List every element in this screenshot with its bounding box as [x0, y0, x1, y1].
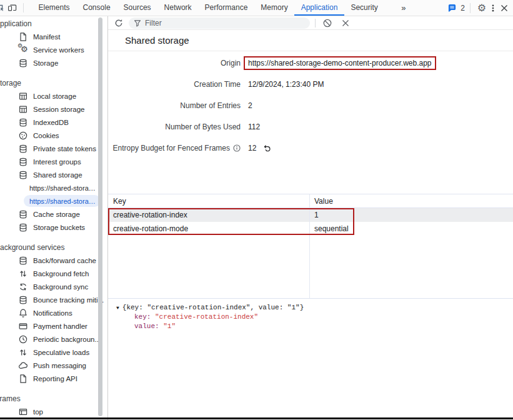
sidebar-item-storage[interactable]: Storage	[0, 56, 107, 69]
sidebar-item-speculative-loads[interactable]: Speculative loads	[0, 346, 107, 359]
expand-triangle-icon[interactable]: ▼	[116, 303, 119, 312]
device-toolbar-icon[interactable]	[7, 0, 17, 16]
annotation-red-box-origin: https://shared-storage-demo-content-prod…	[244, 56, 436, 70]
sidebar-item-storage-buckets[interactable]: Storage buckets	[0, 221, 107, 234]
sidebar-item-back-forward-cache[interactable]: Back/forward cache	[0, 254, 107, 267]
table-row-creative-rotation-mode[interactable]: creative-rotation-modesequential	[108, 222, 513, 236]
tab-sources[interactable]: Sources	[117, 0, 157, 16]
close-devtools-icon[interactable]	[499, 0, 510, 16]
sidebar-item-label: Notifications	[33, 309, 72, 317]
metadata-label: Origin	[108, 59, 241, 68]
sidebar-item-indexeddb[interactable]: IndexedDB	[0, 116, 107, 129]
panel-tabs: ElementsConsoleSourcesNetworkPerformance…	[32, 0, 384, 16]
manifest-document-icon	[18, 32, 28, 42]
sidebar-item-cache-storage[interactable]: Cache storage	[0, 208, 107, 221]
cell-key[interactable]: creative-rotation-index	[108, 208, 309, 222]
tabbar-right-actions: 2 ⚙	[447, 0, 513, 16]
up-down-arrows-icon	[18, 269, 28, 279]
metadata-row-number-of-entries: Number of Entries2	[108, 101, 513, 111]
cell-key[interactable]: creative-rotation-mode	[108, 222, 309, 236]
tab-performance[interactable]: Performance	[198, 0, 254, 16]
preview-property-key: key: "creative-rotation-index"	[116, 312, 513, 322]
cell-value[interactable]: 1	[309, 208, 513, 222]
metadata-label: Creation Time	[108, 80, 241, 89]
refresh-icon[interactable]	[114, 18, 124, 28]
sidebar-item-label: Local storage	[33, 92, 76, 100]
tabbar-divider	[23, 3, 24, 12]
column-header-value[interactable]: Value	[309, 194, 513, 208]
shared-storage-panel: Shared storage Originhttps://shared-stor…	[108, 16, 513, 420]
tab-application[interactable]: Application	[294, 0, 344, 16]
sidebar-item-bounce-tracking-miti[interactable]: Bounce tracking miti...	[0, 293, 107, 306]
tab-security[interactable]: Security	[344, 0, 384, 16]
sidebar-item-background-sync[interactable]: Background sync	[0, 280, 107, 293]
message-bubble-icon	[447, 4, 457, 12]
sidebar-scrollbar[interactable]	[98, 18, 102, 416]
tab-network[interactable]: Network	[157, 0, 198, 16]
sidebar-item-label: Storage	[33, 59, 58, 67]
sidebar-item-session-storage[interactable]: Session storage	[0, 102, 107, 116]
metadata-value: 12	[248, 144, 271, 152]
sidebar-item-interest-groups[interactable]: Interest groups	[0, 155, 107, 168]
bell-icon	[18, 308, 28, 318]
sidebar-item-https-shared-storage[interactable]: https://shared-storage...	[0, 194, 107, 208]
database-icon	[18, 256, 28, 266]
preview-property-value: value: "1"	[116, 322, 513, 331]
application-tree: ApplicationManifest⚙⚙Service workersStor…	[0, 16, 107, 418]
sidebar-item-label: Push messaging	[33, 362, 86, 369]
sidebar-item-payment-handler[interactable]: Payment handler	[0, 319, 107, 332]
sidebar-item-top[interactable]: top	[0, 405, 107, 418]
sidebar-item-service-workers[interactable]: ⚙⚙Service workers	[0, 43, 107, 56]
filter-box[interactable]	[129, 18, 310, 29]
sidebar-item-private-state-tokens[interactable]: Private state tokens	[0, 142, 107, 155]
reset-budget-icon[interactable]	[262, 144, 271, 152]
clear-icon[interactable]	[341, 18, 351, 28]
column-divider[interactable]	[309, 194, 310, 299]
more-options-icon[interactable]	[487, 0, 499, 16]
sidebar-item-background-fetch[interactable]: Background fetch	[0, 267, 107, 280]
application-sidebar: ApplicationManifest⚙⚙Service workersStor…	[0, 16, 108, 420]
preview-summary[interactable]: ▼ {key: "creative-rotation-index", value…	[116, 303, 513, 312]
toolbar-divider	[315, 19, 316, 28]
sidebar-item-label: Payment handler	[33, 322, 87, 330]
tab-memory[interactable]: Memory	[254, 0, 294, 16]
inspect-element-icon[interactable]	[0, 3, 4, 13]
settings-gear-icon[interactable]: ⚙	[476, 0, 487, 16]
sidebar-item-periodic-backgroun[interactable]: Periodic backgroun...	[0, 332, 107, 346]
sidebar-section-title-storage: Storage	[0, 76, 107, 89]
credit-card-icon	[18, 321, 28, 331]
table-row-creative-rotation-index[interactable]: creative-rotation-index1	[108, 208, 513, 222]
cookie-icon	[18, 131, 28, 141]
sidebar-item-label: Bounce tracking miti...	[33, 296, 104, 304]
sidebar-item-https-shared-storage[interactable]: https://shared-storage...	[0, 181, 107, 194]
sidebar-item-label: Storage buckets	[33, 224, 85, 231]
frame-icon	[18, 407, 28, 417]
cloud-icon	[18, 361, 28, 371]
database-icon	[18, 144, 28, 154]
tab-console[interactable]: Console	[76, 0, 117, 16]
sidebar-item-shared-storage[interactable]: Shared storage	[0, 168, 107, 181]
shared-storage-metadata: Originhttps://shared-storage-demo-conten…	[108, 51, 513, 164]
database-icon	[18, 222, 28, 232]
metadata-row-number-of-bytes-used: Number of Bytes Used112	[108, 122, 513, 132]
column-header-key[interactable]: Key	[108, 194, 309, 208]
sidebar-item-label: Service workers	[33, 46, 84, 54]
sidebar-item-local-storage[interactable]: Local storage	[0, 89, 107, 102]
sidebar-section-background-services: Background servicesBack/forward cacheBac…	[0, 241, 107, 385]
clock-icon	[18, 334, 28, 344]
panel-title: Shared storage	[108, 30, 513, 51]
sidebar-item-notifications[interactable]: Notifications	[0, 306, 107, 319]
sidebar-item-label: IndexedDB	[33, 119, 69, 126]
sync-arrows-icon	[18, 282, 28, 292]
sidebar-item-push-messaging[interactable]: Push messaging	[0, 359, 107, 372]
sidebar-item-cookies[interactable]: Cookies	[0, 129, 107, 142]
block-icon[interactable]	[322, 18, 332, 28]
cell-value[interactable]: sequential	[309, 222, 513, 236]
sidebar-section-title-frames: Frames	[0, 392, 107, 405]
sidebar-item-manifest[interactable]: Manifest	[0, 30, 107, 43]
tab-elements[interactable]: Elements	[32, 0, 76, 16]
filter-input[interactable]	[145, 19, 282, 28]
issues-button[interactable]: 2	[447, 4, 465, 12]
sidebar-item-reporting-api[interactable]: Reporting API	[0, 372, 107, 385]
more-tabs-button[interactable]: »	[401, 0, 405, 16]
